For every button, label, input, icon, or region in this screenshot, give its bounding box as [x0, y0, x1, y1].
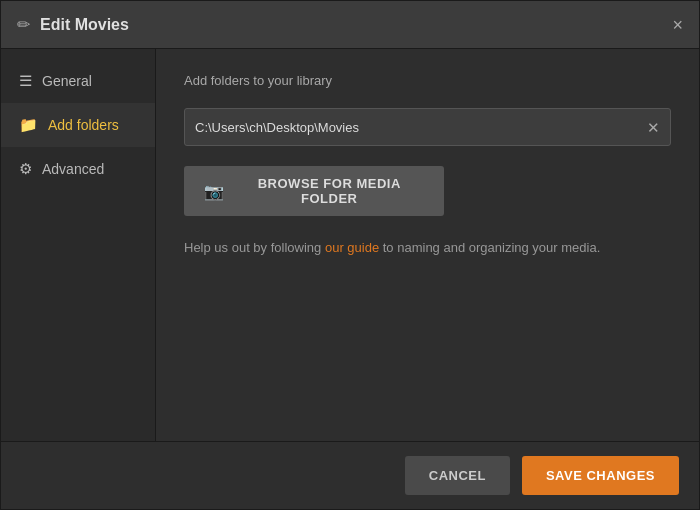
close-icon[interactable]: × — [672, 16, 683, 34]
folder-row: C:\Users\ch\Desktop\Movies ✕ — [184, 108, 671, 146]
cancel-button[interactable]: CANCEL — [405, 456, 510, 495]
dialog-title: Edit Movies — [40, 16, 129, 34]
dialog-body: ☰ General 📁 Add folders ⚙ Advanced Add f… — [1, 49, 699, 441]
sidebar-item-label-general: General — [42, 73, 92, 89]
titlebar: ✏ Edit Movies × — [1, 1, 699, 49]
guide-text-before: Help us out by following — [184, 240, 325, 255]
gear-icon: ⚙ — [19, 160, 32, 178]
browse-button[interactable]: 📷 BROWSE FOR MEDIA FOLDER — [184, 166, 444, 216]
save-changes-button[interactable]: SAVE CHANGES — [522, 456, 679, 495]
browse-button-label: BROWSE FOR MEDIA FOLDER — [235, 176, 425, 206]
sidebar-item-general[interactable]: ☰ General — [1, 59, 155, 103]
pencil-icon: ✏ — [17, 15, 30, 34]
folder-path: C:\Users\ch\Desktop\Movies — [195, 120, 639, 135]
section-label: Add folders to your library — [184, 73, 671, 88]
camera-icon: 📷 — [204, 182, 225, 201]
guide-text-after: to naming and organizing your media. — [379, 240, 600, 255]
edit-movies-dialog: ✏ Edit Movies × ☰ General 📁 Add folders … — [0, 0, 700, 510]
guide-text: Help us out by following our guide to na… — [184, 240, 671, 255]
remove-folder-icon[interactable]: ✕ — [647, 120, 660, 135]
titlebar-left: ✏ Edit Movies — [17, 15, 129, 34]
sidebar-item-advanced[interactable]: ⚙ Advanced — [1, 147, 155, 191]
sidebar-item-label-add-folders: Add folders — [48, 117, 119, 133]
sidebar: ☰ General 📁 Add folders ⚙ Advanced — [1, 49, 156, 441]
sidebar-item-add-folders[interactable]: 📁 Add folders — [1, 103, 155, 147]
sidebar-item-label-advanced: Advanced — [42, 161, 104, 177]
general-icon: ☰ — [19, 72, 32, 90]
folder-icon: 📁 — [19, 116, 38, 134]
main-content: Add folders to your library C:\Users\ch\… — [156, 49, 699, 441]
footer: CANCEL SAVE CHANGES — [1, 441, 699, 509]
guide-link[interactable]: our guide — [325, 240, 379, 255]
